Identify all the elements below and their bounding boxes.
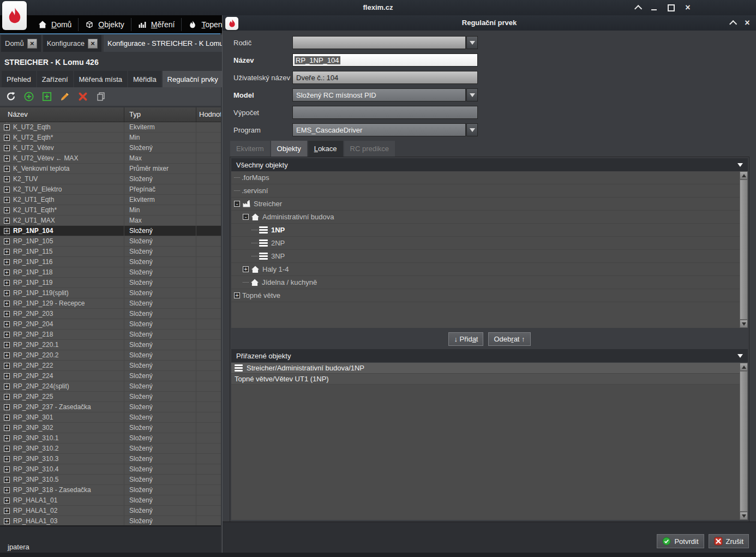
expand-plus-icon[interactable]: + xyxy=(4,404,10,410)
tree-item[interactable]: .servisní xyxy=(231,184,748,197)
rodic-combobox[interactable] xyxy=(292,36,478,49)
assigned-item[interactable]: Topné větve/Větev UT1 (1NP) xyxy=(231,374,748,385)
table-row[interactable]: + K2_TUV Složený xyxy=(0,174,221,184)
scroll-down-icon[interactable] xyxy=(740,512,748,520)
expand-plus-icon[interactable]: + xyxy=(4,311,10,317)
tree-item[interactable]: .forMaps xyxy=(231,171,748,184)
section-tab-0[interactable]: Přehled xyxy=(2,71,36,87)
toolbar-button[interactable] xyxy=(6,92,16,101)
tree-scrollbar[interactable] xyxy=(740,171,748,328)
expand-plus-icon[interactable]: + xyxy=(243,266,249,272)
assigned-objects-header[interactable]: Přiřazené objekty xyxy=(231,349,748,362)
expand-plus-icon[interactable]: + xyxy=(4,218,10,224)
table-row[interactable]: + RP_HALA1_01 Složený xyxy=(0,495,221,506)
cancel-button[interactable]: Zrušit xyxy=(709,534,749,548)
tree-item[interactable]: -Administrativní budova xyxy=(231,211,748,224)
table-row[interactable]: + RP_1NP_116 Složený xyxy=(0,257,221,267)
expand-plus-icon[interactable]: + xyxy=(4,425,10,431)
expand-plus-icon[interactable]: + xyxy=(4,477,10,483)
tree-item[interactable]: 2NP xyxy=(231,237,748,250)
doc-tab-1[interactable]: Konfigurace × xyxy=(43,35,101,52)
table-row[interactable]: + RP_3NP_310.1 Složený xyxy=(0,433,221,444)
expand-plus-icon[interactable]: + xyxy=(4,498,10,504)
table-row[interactable]: + RP_2NP_224(split) Složený xyxy=(0,381,221,392)
all-objects-header[interactable]: Všechny objekty xyxy=(231,158,748,171)
toolbar-button[interactable] xyxy=(78,92,88,101)
shade-window-icon[interactable] xyxy=(633,4,641,11)
remove-object-button[interactable]: Odebrat ↑ xyxy=(488,332,530,346)
table-row[interactable]: + RP_1NP_129 - Recepce Složený xyxy=(0,298,221,309)
table-row[interactable]: + RP_3NP_310.3 Složený xyxy=(0,454,221,464)
expand-plus-icon[interactable]: + xyxy=(4,446,10,452)
scroll-up-icon[interactable] xyxy=(740,363,748,371)
section-tab-3[interactable]: Měřidla xyxy=(128,71,161,87)
expand-plus-icon[interactable]: + xyxy=(4,155,10,161)
section-tab-2[interactable]: Měřená místa xyxy=(74,71,127,87)
expand-plus-icon[interactable]: + xyxy=(4,124,10,130)
expand-plus-icon[interactable]: + xyxy=(4,176,10,182)
assigned-item[interactable]: Streicher/Administrativní budova/1NP xyxy=(231,363,748,374)
expand-plus-icon[interactable]: + xyxy=(4,228,10,234)
expand-plus-icon[interactable]: + xyxy=(4,466,10,472)
table-row[interactable]: + RP_1NP_105 Složený xyxy=(0,236,221,247)
table-row[interactable]: + K2_UT1_MAX Max xyxy=(0,215,221,226)
table-row[interactable]: + RP_2NP_203 Složený xyxy=(0,309,221,319)
expand-plus-icon[interactable]: + xyxy=(4,332,10,338)
expand-plus-icon[interactable]: + xyxy=(4,301,10,307)
expand-plus-icon[interactable]: + xyxy=(4,145,10,151)
table-row[interactable]: + K_UT2_Větev ← MAX Max xyxy=(0,153,221,164)
column-header-typ[interactable]: Typ xyxy=(124,107,196,122)
expand-plus-icon[interactable]: + xyxy=(4,269,10,275)
scroll-up-icon[interactable] xyxy=(740,171,748,179)
table-row[interactable]: + RP_3NP_302 Složený xyxy=(0,423,221,433)
table-row[interactable]: + RP_1NP_119(split) Složený xyxy=(0,288,221,298)
table-row[interactable]: + K2_TUV_Elektro Přepínač xyxy=(0,184,221,195)
expand-plus-icon[interactable]: + xyxy=(4,238,10,244)
menu-item-mereni[interactable]: Měření xyxy=(131,15,182,33)
table-row[interactable]: + RP_3NP_318 - Zasedačka Složený xyxy=(0,485,221,495)
table-row[interactable]: + RP_2NP_220.1 Složený xyxy=(0,340,221,350)
table-row[interactable]: + K2_UT1_Eqth* Min xyxy=(0,205,221,215)
expand-plus-icon[interactable]: + xyxy=(4,394,10,400)
table-row[interactable]: + RP_2NP_220.2 Složený xyxy=(0,350,221,361)
dialog-shade-icon[interactable] xyxy=(728,19,736,27)
collapse-minus-icon[interactable]: - xyxy=(243,214,249,220)
program-value[interactable]: EMS_CascadeDriver xyxy=(292,123,466,136)
tree-item[interactable]: +Topné větve xyxy=(231,289,748,302)
scrollbar-thumb[interactable] xyxy=(740,179,748,320)
add-object-button[interactable]: ↓ Přidat xyxy=(448,332,483,346)
dialog-tab-2[interactable]: Lokace xyxy=(308,141,343,157)
expand-plus-icon[interactable]: + xyxy=(4,384,10,390)
scrollbar-thumb[interactable] xyxy=(740,371,748,512)
toolbar-button[interactable] xyxy=(96,92,106,101)
close-icon[interactable]: × xyxy=(684,4,692,11)
table-row[interactable]: + RP_3NP_310.5 Složený xyxy=(0,475,221,485)
dialog-close-icon[interactable]: × xyxy=(743,19,751,27)
tree-item[interactable]: 1NP xyxy=(231,224,748,237)
table-row[interactable]: + RP_3NP_301 Složený xyxy=(0,412,221,423)
table-row[interactable]: + RP_2NP_225 Složený xyxy=(0,392,221,402)
expand-plus-icon[interactable]: + xyxy=(234,292,240,298)
expand-plus-icon[interactable]: + xyxy=(4,259,10,265)
nazev-input[interactable]: RP_1NP_104 xyxy=(292,53,478,67)
assigned-scrollbar[interactable] xyxy=(740,363,748,520)
table-row[interactable]: + RP_HALA1_02 Složený xyxy=(0,506,221,516)
model-value[interactable]: Složený RC místnost PID xyxy=(292,88,466,101)
table-row[interactable]: + RP_1NP_104 Složený xyxy=(0,226,221,236)
expand-plus-icon[interactable]: + xyxy=(4,518,10,524)
expand-plus-icon[interactable]: + xyxy=(4,363,10,369)
table-row[interactable]: + K_Venkovní teplota Průměr mixer xyxy=(0,164,221,174)
toolbar-button[interactable] xyxy=(60,92,70,101)
app-logo[interactable] xyxy=(2,1,27,30)
expand-plus-icon[interactable]: + xyxy=(4,166,10,172)
tab-close-icon[interactable]: × xyxy=(27,39,37,49)
table-row[interactable]: + RP_3NP_310.2 Složený xyxy=(0,444,221,454)
expand-plus-icon[interactable]: + xyxy=(4,352,10,358)
tree-item[interactable]: 3NP xyxy=(231,250,748,263)
table-row[interactable]: + RP_2NP_218 Složený xyxy=(0,330,221,340)
model-dropdown-button[interactable] xyxy=(466,88,478,101)
table-row[interactable]: + RP_2NP_237 - Zasedačka Složený xyxy=(0,402,221,412)
expand-plus-icon[interactable]: + xyxy=(4,456,10,462)
expand-plus-icon[interactable]: + xyxy=(4,373,10,379)
table-row[interactable]: + RP_1NP_119 Složený xyxy=(0,278,221,288)
